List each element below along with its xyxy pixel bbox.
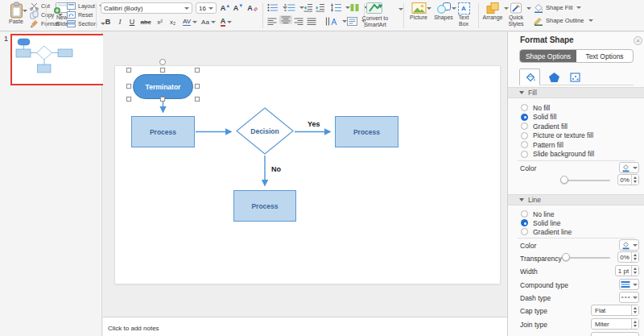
selection-handle[interactable] bbox=[160, 68, 165, 73]
branch-label-yes: Yes bbox=[308, 120, 320, 128]
compound-dropdown-icon bbox=[633, 284, 638, 286]
fill-transparency-value[interactable]: 0% bbox=[617, 174, 639, 185]
radio-no-line[interactable]: No line bbox=[521, 209, 554, 218]
radio-no-fill[interactable]: No fill bbox=[521, 103, 550, 112]
stepper-icon[interactable] bbox=[631, 266, 638, 276]
selection-handle[interactable] bbox=[126, 97, 131, 102]
stepper-icon[interactable] bbox=[631, 252, 638, 262]
paste-dropdown-icon[interactable] bbox=[23, 10, 27, 12]
character-spacing-button[interactable]: AV bbox=[181, 16, 199, 27]
quick-styles-button[interactable]: QuickStyles bbox=[505, 2, 527, 27]
text-box-button[interactable]: A TextBox bbox=[452, 2, 475, 27]
strikethrough-button[interactable]: abc bbox=[138, 16, 153, 27]
shape-fill-button[interactable]: Shape Fill bbox=[533, 3, 581, 12]
radio-gradient-line[interactable]: Gradient line bbox=[521, 227, 572, 236]
tab-effects[interactable] bbox=[543, 68, 564, 85]
line-width-value[interactable]: 1 pt bbox=[615, 265, 639, 276]
convert-smartart-button[interactable]: Convert toSmartArt bbox=[354, 2, 396, 28]
font-color-button[interactable]: A bbox=[218, 16, 234, 27]
smartart-icon bbox=[365, 2, 386, 15]
slide-editing-area[interactable]: Terminator Process Decision Process Proc… bbox=[103, 32, 507, 317]
align-left-button[interactable] bbox=[267, 17, 277, 26]
superscript-button[interactable]: x² bbox=[154, 16, 166, 27]
size-properties-icon bbox=[569, 72, 581, 83]
selection-handle[interactable] bbox=[195, 84, 200, 89]
stepper-icon[interactable] bbox=[631, 305, 638, 315]
close-icon[interactable]: × bbox=[634, 36, 642, 45]
process-shape-top[interactable]: Process bbox=[131, 116, 195, 147]
line-spacing-button[interactable] bbox=[330, 3, 350, 12]
radio-picture-texture-fill[interactable]: Picture or texture fill bbox=[521, 131, 593, 140]
selection-handle[interactable] bbox=[195, 97, 200, 102]
line-transparency-slider[interactable] bbox=[562, 252, 610, 263]
selection-handle[interactable] bbox=[195, 68, 200, 73]
decrease-indent-button[interactable] bbox=[303, 3, 313, 12]
notes-pane[interactable]: Click to add notes bbox=[103, 317, 507, 336]
align-right-button[interactable] bbox=[294, 17, 303, 26]
subscript-button[interactable]: x₂ bbox=[167, 16, 179, 27]
selection-handle[interactable] bbox=[126, 68, 131, 73]
slider-thumb[interactable] bbox=[562, 253, 570, 261]
join-type-select[interactable]: Miter bbox=[591, 318, 639, 330]
tab-shape-options[interactable]: Shape Options bbox=[520, 50, 576, 62]
dash-type-button[interactable] bbox=[619, 292, 639, 303]
text-direction-button[interactable] bbox=[325, 17, 347, 26]
clipped-row bbox=[591, 332, 639, 336]
selection-handle[interactable] bbox=[160, 97, 165, 102]
format-brush-icon bbox=[30, 19, 39, 28]
font-color-dropdown-icon bbox=[227, 21, 232, 23]
italic-button[interactable]: I bbox=[115, 16, 125, 27]
selection-handle[interactable] bbox=[126, 84, 131, 89]
radio-pattern-fill[interactable]: Pattern fill bbox=[521, 140, 564, 149]
section-button[interactable]: Section bbox=[67, 19, 105, 28]
rotation-handle[interactable] bbox=[159, 59, 166, 65]
slide-thumbnail[interactable] bbox=[10, 34, 106, 85]
terminator-shape[interactable]: Terminator bbox=[133, 74, 193, 99]
picture-button[interactable]: Picture bbox=[407, 2, 431, 21]
underline-button[interactable]: U bbox=[127, 16, 137, 27]
reset-button[interactable]: Reset bbox=[67, 10, 93, 19]
font-size-select[interactable]: 16 bbox=[196, 2, 217, 14]
tab-fill-and-line[interactable] bbox=[519, 68, 540, 85]
compound-type-button[interactable] bbox=[619, 279, 639, 290]
bold-button[interactable]: B bbox=[103, 16, 113, 27]
layout-button[interactable]: Layout bbox=[67, 2, 104, 10]
justify-icon bbox=[307, 18, 316, 26]
line-transparency-label: Transparency bbox=[520, 255, 562, 263]
process-shape-bottom[interactable]: Process bbox=[233, 190, 296, 222]
change-case-button[interactable]: Aa bbox=[200, 16, 217, 27]
radio-solid-fill[interactable]: Solid fill bbox=[521, 113, 556, 122]
fill-section-header[interactable]: Fill bbox=[508, 87, 644, 98]
clear-formatting-button[interactable]: A bbox=[246, 2, 259, 14]
line-transparency-value[interactable]: 0% bbox=[617, 251, 639, 263]
tab-size-properties[interactable] bbox=[564, 68, 585, 85]
line-color-button[interactable] bbox=[619, 239, 639, 251]
radio-solid-line[interactable]: Solid line bbox=[521, 218, 561, 227]
shrink-font-button[interactable]: A▼ bbox=[233, 2, 244, 14]
cut-button[interactable]: Cut bbox=[30, 2, 50, 10]
grow-font-button[interactable]: A▲ bbox=[220, 2, 231, 14]
line-spacing-icon bbox=[330, 3, 341, 12]
paste-button[interactable]: Paste bbox=[2, 2, 30, 25]
numbering-button[interactable] bbox=[284, 3, 304, 12]
fill-color-button[interactable] bbox=[619, 162, 639, 173]
tab-text-options[interactable]: Text Options bbox=[576, 50, 633, 62]
arrange-button[interactable]: Arrange bbox=[481, 2, 505, 21]
slide-canvas[interactable]: Terminator Process Decision Process Proc… bbox=[115, 66, 500, 284]
cap-type-select[interactable]: Flat bbox=[591, 305, 639, 316]
font-name-select[interactable]: Calibri (Body) bbox=[101, 2, 192, 14]
increase-indent-button[interactable] bbox=[316, 3, 325, 12]
stepper-icon[interactable] bbox=[631, 319, 638, 329]
radio-slide-background-fill[interactable]: Slide background fill bbox=[521, 150, 594, 159]
process-shape-right[interactable]: Process bbox=[335, 116, 398, 147]
fill-transparency-slider[interactable] bbox=[560, 175, 610, 185]
radio-gradient-fill[interactable]: Gradient fill bbox=[521, 122, 568, 131]
collapse-triangle-icon bbox=[519, 91, 524, 94]
align-center-button[interactable] bbox=[279, 15, 292, 24]
line-section-header[interactable]: Line bbox=[508, 194, 644, 205]
shape-outline-button[interactable]: Shape Outline bbox=[533, 16, 593, 25]
stepper-icon[interactable] bbox=[631, 175, 638, 185]
case-dropdown-icon bbox=[211, 21, 216, 23]
slider-thumb[interactable] bbox=[560, 176, 568, 184]
justify-button[interactable] bbox=[307, 17, 316, 26]
